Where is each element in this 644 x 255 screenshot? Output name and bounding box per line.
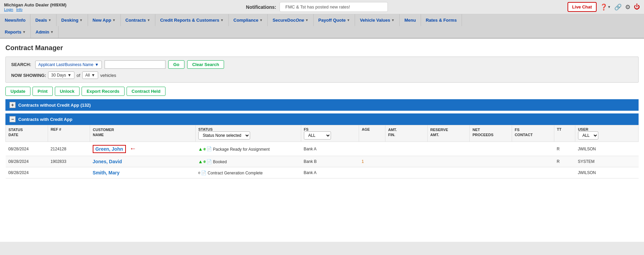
status-text-2: Booked — [213, 160, 227, 164]
nav-securedocone[interactable]: SecureDocOne ▼ — [268, 14, 313, 26]
nav-newapp-arrow: ▼ — [112, 18, 116, 22]
nav-vehicle-values[interactable]: Vehicle Values ▼ — [355, 14, 400, 26]
cell-date-1: 08/28/2024 — [6, 142, 48, 156]
cell-date-3: 08/28/2024 — [6, 167, 48, 178]
customer-name-jones-david[interactable]: Jones, David — [93, 159, 122, 164]
help-arrow: ▼ — [607, 5, 611, 9]
search-area: SEARCH: Applicant Last/Business Name ▼ G… — [5, 57, 639, 83]
cell-net-2 — [470, 156, 512, 167]
help-button[interactable]: ❓ ▼ — [600, 3, 611, 11]
nav-deals-arrow: ▼ — [48, 18, 51, 22]
cell-customer-3: Smith, Mary — [90, 167, 196, 178]
cell-date-2: 08/28/2024 — [6, 156, 48, 167]
nav-rates-forms[interactable]: Rates & Forms — [421, 14, 462, 26]
vehicles-label: vehicles — [100, 73, 116, 78]
cell-fs-3: Bank A — [301, 167, 359, 178]
vehicle-filter-arrow: ▼ — [91, 73, 95, 78]
nav-newapp[interactable]: New App ▼ — [88, 14, 121, 26]
cell-fscontact-1 — [512, 142, 554, 156]
status-icons-2: ▲ e 📄 — [198, 159, 212, 164]
nav-admin-label: Admin — [36, 29, 49, 35]
nav-compliance-label: Compliance — [234, 18, 259, 23]
dealer-name: Michigan Auto Dealer (HI9XM) — [4, 2, 66, 7]
nav-securedoc-arrow: ▼ — [305, 18, 309, 22]
cell-fscontact-2 — [512, 156, 554, 167]
cell-user-2: SYSTEM — [575, 156, 638, 167]
nav-compliance-arrow: ▼ — [260, 18, 263, 22]
table-row: 08/28/2024 Smith, Mary e 📄 Contract Gene… — [6, 167, 639, 178]
e-icon-1: e — [203, 147, 206, 151]
nav-menu[interactable]: Menu — [400, 14, 421, 26]
customer-name-smith-mary[interactable]: Smith, Mary — [93, 170, 119, 175]
vehicle-filter-dropdown[interactable]: All ▼ — [82, 71, 98, 79]
section2-toggle[interactable]: − — [9, 116, 16, 122]
of-label: of — [76, 73, 80, 78]
showing-row: NOW SHOWING: 30 Days ▼ of All ▼ vehicles — [11, 71, 633, 79]
search-type-dropdown[interactable]: Applicant Last/Business Name ▼ — [35, 61, 102, 69]
nav-compliance[interactable]: Compliance ▼ — [229, 14, 268, 26]
update-button[interactable]: Update — [5, 87, 30, 96]
fs-filter-dropdown[interactable]: ALL — [304, 131, 331, 140]
nav-admin[interactable]: Admin ▼ — [31, 26, 59, 38]
main-content: Contract Manager SEARCH: Applicant Last/… — [0, 39, 644, 242]
nav-credit-arrow: ▼ — [220, 18, 224, 22]
nav-admin-arrow: ▼ — [50, 30, 53, 34]
customer-name-green-john[interactable]: Green, John — [93, 145, 126, 153]
nav-contracts-arrow: ▼ — [147, 18, 150, 22]
dealer-links: Login Info — [4, 7, 66, 12]
search-type-arrow: ▼ — [95, 62, 99, 67]
nav-payoff-label: Payoff Quote — [318, 18, 346, 23]
nav-newsinfo[interactable]: News/Info — [0, 14, 30, 26]
nav-rates-forms-label: Rates & Forms — [426, 18, 457, 23]
period-arrow: ▼ — [67, 73, 71, 78]
section1-toggle[interactable]: + — [9, 102, 16, 108]
nav-reports-arrow: ▼ — [22, 30, 26, 34]
nav-credit-reports[interactable]: Credit Reports & Customers ▼ — [155, 14, 229, 26]
nav-deals[interactable]: Deals ▼ — [30, 14, 57, 26]
clear-search-button[interactable]: Clear Search — [187, 60, 224, 69]
go-button[interactable]: Go — [168, 60, 184, 69]
cell-age-3 — [359, 167, 385, 178]
contracts-table: STATUSDATE REF # CUSTOMERNAME STATUS Sta… — [5, 125, 639, 178]
gear-button[interactable]: ⚙ — [625, 3, 630, 11]
search-input[interactable] — [105, 60, 165, 69]
cell-customer-1: Green, John ← — [90, 142, 196, 156]
cell-fs-2: Bank B — [301, 156, 359, 167]
up-arrow-icon-2: ▲ — [198, 159, 203, 164]
cell-net-3 — [470, 167, 512, 178]
contract-held-button[interactable]: Contract Held — [127, 87, 165, 96]
power-button[interactable]: ⏻ — [634, 3, 640, 10]
col-header-fscontact: FSCONTACT — [512, 125, 554, 142]
link-button[interactable]: 🔗 — [614, 3, 622, 11]
print-button[interactable]: Print — [32, 87, 53, 96]
now-showing-label: NOW SHOWING: — [11, 73, 46, 78]
nav-deals-label: Deals — [35, 18, 47, 23]
info-link[interactable]: Info — [16, 7, 22, 12]
status-icons-1: ▲ e 📄 — [198, 146, 212, 152]
help-icon: ❓ — [600, 3, 607, 11]
cell-ref-3 — [48, 167, 90, 178]
arrow-indicator-1: ← — [130, 145, 136, 152]
nav-row-1: News/Info Deals ▼ Desking ▼ New App ▼ Co… — [0, 14, 644, 26]
power-icon: ⏻ — [634, 3, 640, 10]
cell-status-2: ▲ e 📄 Booked — [195, 156, 301, 167]
nav-vehicle-values-label: Vehicle Values — [360, 18, 390, 23]
unlock-button[interactable]: Unlock — [55, 87, 80, 96]
nav-contracts[interactable]: Contracts ▼ — [121, 14, 156, 26]
period-dropdown[interactable]: 30 Days ▼ — [48, 71, 74, 79]
notification-text: FMC & Tst has posted new rates! — [280, 2, 388, 12]
gear-icon: ⚙ — [625, 3, 630, 11]
nav-payoff[interactable]: Payoff Quote ▼ — [314, 14, 355, 26]
live-chat-button[interactable]: Live Chat — [568, 2, 597, 12]
user-filter-dropdown[interactable]: ALL — [578, 131, 598, 140]
age-value-2: 1 — [362, 159, 364, 164]
status-filter-dropdown[interactable]: Status None selected — [198, 131, 250, 140]
cell-age-2: 1 — [359, 156, 385, 167]
nav-payoff-arrow: ▼ — [347, 18, 350, 22]
section1-title: Contracts without Credit App (132) — [18, 103, 91, 108]
login-link[interactable]: Login — [4, 7, 13, 12]
cell-user-3: JWILSON — [575, 167, 638, 178]
nav-reports[interactable]: Reports ▼ — [0, 26, 31, 38]
nav-desking[interactable]: Desking ▼ — [57, 14, 88, 26]
export-records-button[interactable]: Export Records — [82, 87, 125, 96]
